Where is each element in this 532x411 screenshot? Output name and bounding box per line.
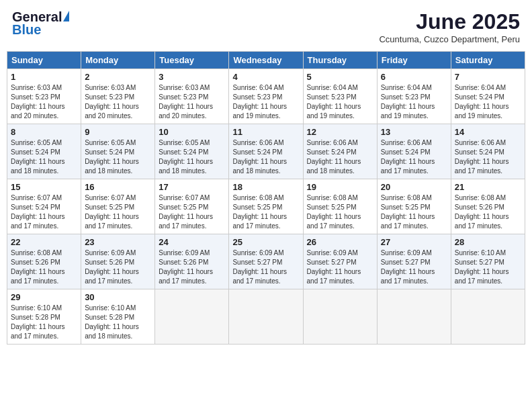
table-row: 15Sunrise: 6:07 AM Sunset: 5:24 PM Dayli… (7, 179, 81, 234)
day-info: Sunrise: 6:06 AM Sunset: 5:24 PM Dayligh… (307, 138, 373, 176)
calendar-table: Sunday Monday Tuesday Wednesday Thursday… (7, 51, 525, 345)
day-info: Sunrise: 6:10 AM Sunset: 5:28 PM Dayligh… (85, 304, 151, 341)
table-row: 26Sunrise: 6:09 AM Sunset: 5:27 PM Dayli… (303, 234, 377, 289)
table-row: 19Sunrise: 6:08 AM Sunset: 5:25 PM Dayli… (303, 179, 377, 234)
calendar-week-1: 1Sunrise: 6:03 AM Sunset: 5:23 PM Daylig… (7, 69, 525, 124)
day-info: Sunrise: 6:09 AM Sunset: 5:27 PM Dayligh… (307, 248, 373, 286)
calendar-week-3: 15Sunrise: 6:07 AM Sunset: 5:24 PM Dayli… (7, 179, 525, 234)
table-row: 2Sunrise: 6:03 AM Sunset: 5:23 PM Daylig… (81, 69, 155, 124)
table-row: 14Sunrise: 6:06 AM Sunset: 5:24 PM Dayli… (451, 124, 525, 179)
month-year-title: June 2025 (379, 9, 520, 34)
day-info: Sunrise: 6:09 AM Sunset: 5:26 PM Dayligh… (159, 248, 225, 286)
day-number: 11 (232, 127, 299, 137)
table-row: 23Sunrise: 6:09 AM Sunset: 5:26 PM Dayli… (81, 234, 155, 289)
table-row (155, 289, 229, 345)
table-row: 6Sunrise: 6:04 AM Sunset: 5:23 PM Daylig… (377, 69, 451, 124)
table-row: 3Sunrise: 6:03 AM Sunset: 5:23 PM Daylig… (155, 69, 229, 124)
header-saturday: Saturday (451, 52, 525, 69)
logo-blue: Blue (12, 22, 41, 38)
day-info: Sunrise: 6:03 AM Sunset: 5:23 PM Dayligh… (85, 83, 151, 121)
day-number: 24 (159, 237, 225, 247)
calendar-week-2: 8Sunrise: 6:05 AM Sunset: 5:24 PM Daylig… (7, 124, 525, 179)
day-info: Sunrise: 6:08 AM Sunset: 5:26 PM Dayligh… (11, 248, 77, 286)
day-info: Sunrise: 6:06 AM Sunset: 5:24 PM Dayligh… (455, 138, 521, 176)
day-info: Sunrise: 6:10 AM Sunset: 5:27 PM Dayligh… (455, 248, 521, 286)
logo-triangle-icon (63, 11, 69, 21)
day-number: 21 (455, 182, 521, 192)
table-row: 29Sunrise: 6:10 AM Sunset: 5:28 PM Dayli… (7, 289, 81, 345)
calendar-header-row: Sunday Monday Tuesday Wednesday Thursday… (7, 52, 525, 69)
day-number: 1 (11, 72, 77, 82)
day-info: Sunrise: 6:07 AM Sunset: 5:25 PM Dayligh… (85, 193, 151, 231)
day-info: Sunrise: 6:05 AM Sunset: 5:24 PM Dayligh… (159, 138, 225, 176)
table-row: 13Sunrise: 6:06 AM Sunset: 5:24 PM Dayli… (377, 124, 451, 179)
header-friday: Friday (377, 52, 451, 69)
table-row: 21Sunrise: 6:08 AM Sunset: 5:26 PM Dayli… (451, 179, 525, 234)
day-info: Sunrise: 6:04 AM Sunset: 5:23 PM Dayligh… (232, 83, 299, 121)
day-number: 4 (232, 72, 299, 82)
calendar-week-5: 29Sunrise: 6:10 AM Sunset: 5:28 PM Dayli… (7, 289, 525, 345)
header-tuesday: Tuesday (155, 52, 229, 69)
day-number: 6 (381, 72, 447, 82)
day-info: Sunrise: 6:03 AM Sunset: 5:23 PM Dayligh… (11, 83, 77, 121)
table-row (229, 289, 303, 345)
day-number: 10 (159, 127, 225, 137)
table-row: 11Sunrise: 6:06 AM Sunset: 5:24 PM Dayli… (229, 124, 303, 179)
day-number: 28 (455, 237, 521, 247)
day-info: Sunrise: 6:09 AM Sunset: 5:26 PM Dayligh… (85, 248, 151, 286)
table-row: 10Sunrise: 6:05 AM Sunset: 5:24 PM Dayli… (155, 124, 229, 179)
table-row: 9Sunrise: 6:05 AM Sunset: 5:24 PM Daylig… (81, 124, 155, 179)
day-info: Sunrise: 6:09 AM Sunset: 5:27 PM Dayligh… (232, 248, 299, 286)
table-row: 8Sunrise: 6:05 AM Sunset: 5:24 PM Daylig… (7, 124, 81, 179)
day-number: 29 (11, 292, 77, 302)
day-info: Sunrise: 6:10 AM Sunset: 5:28 PM Dayligh… (11, 304, 77, 341)
header-monday: Monday (81, 52, 155, 69)
day-info: Sunrise: 6:09 AM Sunset: 5:27 PM Dayligh… (381, 248, 447, 286)
header-wednesday: Wednesday (229, 52, 303, 69)
day-info: Sunrise: 6:08 AM Sunset: 5:25 PM Dayligh… (232, 193, 299, 231)
day-number: 5 (307, 72, 373, 82)
day-number: 9 (85, 127, 151, 137)
day-number: 17 (159, 182, 225, 192)
table-row: 17Sunrise: 6:07 AM Sunset: 5:25 PM Dayli… (155, 179, 229, 234)
day-info: Sunrise: 6:04 AM Sunset: 5:23 PM Dayligh… (381, 83, 447, 121)
day-number: 22 (11, 237, 77, 247)
day-info: Sunrise: 6:03 AM Sunset: 5:23 PM Dayligh… (159, 83, 225, 121)
table-row: 20Sunrise: 6:08 AM Sunset: 5:25 PM Dayli… (377, 179, 451, 234)
table-row: 4Sunrise: 6:04 AM Sunset: 5:23 PM Daylig… (229, 69, 303, 124)
day-number: 27 (381, 237, 447, 247)
day-number: 23 (85, 237, 151, 247)
header-sunday: Sunday (7, 52, 81, 69)
logo: General Blue (12, 9, 69, 38)
day-info: Sunrise: 6:04 AM Sunset: 5:23 PM Dayligh… (307, 83, 373, 121)
day-number: 7 (455, 72, 521, 82)
day-info: Sunrise: 6:05 AM Sunset: 5:24 PM Dayligh… (11, 138, 77, 176)
day-number: 25 (232, 237, 299, 247)
title-area: June 2025 Ccuntuma, Cuzco Department, Pe… (379, 9, 520, 44)
day-info: Sunrise: 6:05 AM Sunset: 5:24 PM Dayligh… (85, 138, 151, 176)
day-number: 19 (307, 182, 373, 192)
day-number: 8 (11, 127, 77, 137)
day-number: 15 (11, 182, 77, 192)
table-row: 30Sunrise: 6:10 AM Sunset: 5:28 PM Dayli… (81, 289, 155, 345)
day-number: 12 (307, 127, 373, 137)
day-number: 20 (381, 182, 447, 192)
day-number: 26 (307, 237, 373, 247)
table-row (303, 289, 377, 345)
table-row: 27Sunrise: 6:09 AM Sunset: 5:27 PM Dayli… (377, 234, 451, 289)
day-info: Sunrise: 6:07 AM Sunset: 5:24 PM Dayligh… (11, 193, 77, 231)
header-thursday: Thursday (303, 52, 377, 69)
day-number: 2 (85, 72, 151, 82)
table-row: 24Sunrise: 6:09 AM Sunset: 5:26 PM Dayli… (155, 234, 229, 289)
day-number: 14 (455, 127, 521, 137)
table-row: 28Sunrise: 6:10 AM Sunset: 5:27 PM Dayli… (451, 234, 525, 289)
table-row: 5Sunrise: 6:04 AM Sunset: 5:23 PM Daylig… (303, 69, 377, 124)
page-header: General Blue June 2025 Ccuntuma, Cuzco D… (7, 7, 525, 47)
location-subtitle: Ccuntuma, Cuzco Department, Peru (379, 34, 520, 44)
table-row: 7Sunrise: 6:04 AM Sunset: 5:24 PM Daylig… (451, 69, 525, 124)
day-number: 30 (85, 292, 151, 302)
day-number: 16 (85, 182, 151, 192)
table-row: 16Sunrise: 6:07 AM Sunset: 5:25 PM Dayli… (81, 179, 155, 234)
table-row: 22Sunrise: 6:08 AM Sunset: 5:26 PM Dayli… (7, 234, 81, 289)
day-info: Sunrise: 6:06 AM Sunset: 5:24 PM Dayligh… (232, 138, 299, 176)
